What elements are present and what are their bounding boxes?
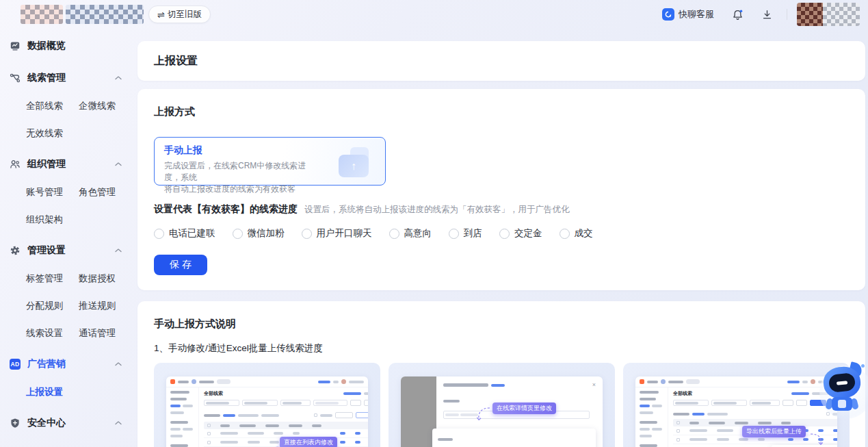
sidebar-section-label: 线索管理 [27,72,66,84]
mascot-visor [828,372,856,393]
leads-flow-icon [10,73,21,84]
manual-report-desc: 完成设置后，在线索CRM中修改线索进度，系统 将自动上报改进度的线索为有效获客 [164,160,321,195]
mini-screenshot: 全部线索 [635,376,837,447]
sidebar-item-org-structure[interactable]: 组织架构 [26,214,63,226]
sidebar-section-mgmt[interactable]: 管理设置 [10,244,127,257]
avatar [797,3,823,26]
callout-edit-in-list: 直接在列表内修改 [280,437,337,447]
progress-setting-label: 设置代表【有效获客】的线索进度 [154,203,298,216]
download-button[interactable] [761,9,773,21]
report-method-title: 上报方式 [154,105,849,118]
radio-circle [560,229,570,239]
radio-circle [499,229,510,239]
guide-screenshot-detail-edit: × 在线索详情页里修改 [389,363,615,447]
manual-report-option[interactable]: 手动上报 完成设置后，在线索CRM中修改线索进度，系统 将自动上报改进度的线索为… [154,137,386,186]
page-title: 上报设置 [154,54,198,68]
sidebar-item-account-mgmt[interactable]: 账号管理 [26,186,63,199]
gear-icon [10,245,21,256]
radio-circle [449,229,459,239]
callout-edit-in-detail: 在线索详情页里修改 [492,403,556,414]
progress-options: 电话已建联 微信加粉 用户开口聊天 高意向 到店 交定金 成交 [154,227,593,240]
progress-setting-row: 设置代表【有效获客】的线索进度 设置后，系统将自动上报该进度的线索为「有效获客」… [154,203,570,216]
mini-screenshot: × 在线索详情页里修改 [401,376,603,447]
minimize-bar-icon [837,381,847,385]
save-button[interactable]: 保 存 [154,255,207,275]
sidebar-item-overview[interactable]: 数据概览 [10,40,127,52]
callout-export-batch-upload: 导出线索后批量上传 [742,426,806,437]
customer-service-label: 快聊客服 [679,8,714,21]
topbar: ⇌ 切至旧版 快聊客服 [0,0,868,29]
mini-close-icon: × [592,382,596,388]
redacted-username [823,3,860,26]
sidebar-item-invalid-leads[interactable]: 无效线索 [26,127,63,140]
sidebar-item-tag-mgmt[interactable]: 标签管理 [26,272,63,285]
sidebar-section-org[interactable]: 组织管理 [10,158,127,170]
page-header-card: 上报设置 [137,41,865,81]
radio-visited-store[interactable]: 到店 [449,227,482,240]
report-method-card: 上报方式 手动上报 完成设置后，在线索CRM中修改线索进度，系统 将自动上报改进… [137,89,865,290]
upload-folder-icon: ↑ [339,147,370,177]
sidebar-item-role-mgmt[interactable]: 角色管理 [79,186,116,199]
chevron-up-icon [115,362,122,366]
sidebar-section-leads[interactable]: 线索管理 [10,72,127,84]
chevron-up-icon [115,76,122,80]
dashboard-icon [10,40,21,51]
radio-circle [233,229,243,239]
assistant-mascot[interactable] [818,361,868,427]
chevron-up-icon [115,162,122,166]
radio-circle [302,229,312,239]
ad-badge-icon: AD [10,359,21,370]
shield-icon [10,418,21,429]
mini-dashed-arrow [473,404,491,422]
progress-setting-hint: 设置后，系统将自动上报该进度的线索为「有效获客」，用于广告优化 [304,204,570,216]
radio-user-chatted[interactable]: 用户开口聊天 [302,227,372,240]
switch-arrows-icon: ⇌ [157,10,165,20]
sidebar-item-wecom-leads[interactable]: 企微线索 [79,100,116,112]
guide-screenshot-list-edit: 全部线索 [154,363,380,447]
sidebar: 数据概览 线索管理 全部线索 企微线索 无效线索 组织管理 账号管理 角色管理 … [0,29,137,447]
sidebar-item-label: 数据概览 [27,40,66,52]
chevron-up-icon [115,248,122,253]
topbar-actions: 快聊客服 [662,0,860,29]
people-icon [10,159,21,170]
sidebar-section-label: 安全中心 [27,417,66,429]
topbar-divider [787,9,787,20]
mini-dimmed-area [401,376,436,447]
customer-service-button[interactable]: 快聊客服 [662,8,714,21]
sidebar-item-call-mgmt[interactable]: 通话管理 [79,327,116,340]
sidebar-item-push-rules[interactable]: 推送规则 [79,300,116,312]
chat-logo-icon [662,8,674,21]
radio-circle [154,229,164,239]
switch-old-version-button[interactable]: ⇌ 切至旧版 [148,5,211,23]
sidebar-item-lead-settings[interactable]: 线索设置 [26,327,63,340]
sidebar-section-label: 广告营销 [27,358,66,370]
guide-step-1: 1、手动修改/通过Excel批量上传线索进度 [154,342,323,355]
switch-old-version-label: 切至旧版 [168,9,202,21]
sidebar-item-report-settings-active[interactable]: 上报设置 [26,386,63,398]
radio-deal-closed[interactable]: 成交 [560,227,593,240]
radio-deposit-paid[interactable]: 交定金 [499,227,542,240]
mascot-antenna-dot [861,364,865,368]
mini-screenshot: 全部线索 [166,376,368,447]
sidebar-item-data-auth[interactable]: 数据授权 [79,272,116,285]
mini-page-title: 全部线索 [673,391,692,396]
manual-guide-card: 手动上报方式说明 1、手动修改/通过Excel批量上传线索进度 [137,301,865,447]
mini-page-title: 全部线索 [204,391,223,396]
notifications-button[interactable] [732,9,744,21]
sidebar-section-ads[interactable]: AD 广告营销 [10,358,127,370]
redacted-logo-1 [21,5,63,24]
sidebar-item-all-leads[interactable]: 全部线索 [26,100,63,112]
guide-title: 手动上报方式说明 [154,318,849,331]
sidebar-section-security[interactable]: 安全中心 [10,417,127,429]
mascot-body [832,397,852,411]
sidebar-section-label: 管理设置 [27,244,66,257]
sidebar-item-assign-rules[interactable]: 分配规则 [26,300,63,312]
radio-wechat-added[interactable]: 微信加粉 [233,227,285,240]
radio-circle [389,229,399,239]
radio-high-intent[interactable]: 高意向 [389,227,432,240]
chevron-up-icon [115,421,122,425]
redacted-logo-2 [66,5,144,24]
radio-phone-connected[interactable]: 电话已建联 [154,227,215,240]
user-account-menu[interactable] [797,3,860,26]
guide-screenshot-batch-upload: 全部线索 [623,363,850,447]
